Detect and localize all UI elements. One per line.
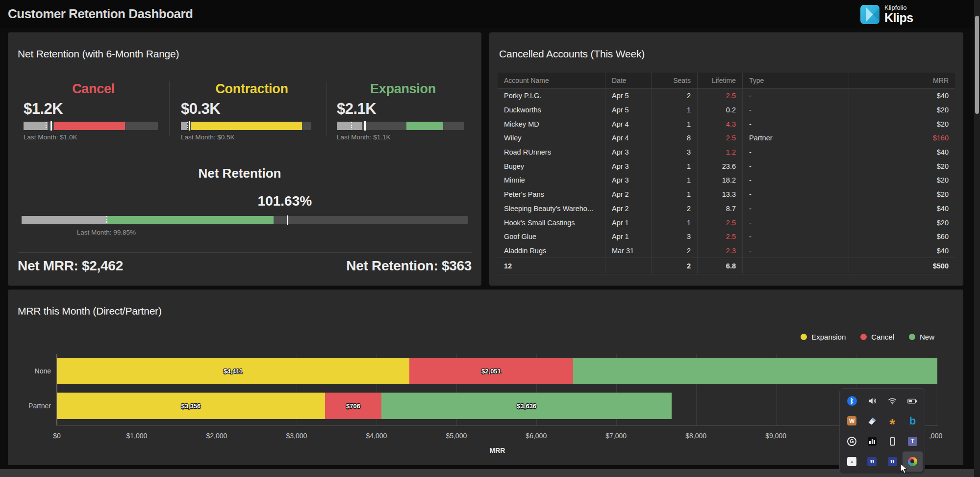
gauge-last-month-tick: [351, 122, 352, 130]
bing-icon[interactable]: b: [907, 416, 918, 426]
mrr-panel: MRR this Month (Direct/Partner) Expansio…: [8, 290, 963, 465]
gauge-value: $2.1K: [337, 100, 376, 118]
gauge-target-tick: [50, 121, 52, 131]
app-header: Customer Retention Dashboard Klipfolio K…: [0, 0, 980, 28]
bar-segment-cancel[interactable]: $2,051: [409, 358, 573, 384]
gauge-range: [181, 122, 187, 130]
bar-segment-expansion[interactable]: $4,411: [57, 358, 409, 384]
category-label: Partner: [9, 402, 51, 410]
cell-date: Apr 5: [605, 103, 651, 117]
cell-lifetime: 2.5: [697, 89, 742, 103]
x-axis-title: MRR: [490, 447, 505, 454]
cell-seats: 2: [651, 244, 697, 258]
column-header-type[interactable]: Type: [742, 73, 849, 88]
cell-lifetime: 18.2: [697, 173, 742, 187]
cell-type: -: [742, 202, 849, 216]
cell-type: -: [742, 117, 849, 131]
x-tick-label-partial: ,000: [929, 432, 942, 440]
wifi-icon[interactable]: [887, 396, 898, 406]
x-tick-label: $9,000: [765, 432, 786, 440]
tray-cell-bars[interactable]: [862, 431, 882, 451]
tray-cell-bing[interactable]: b: [903, 411, 923, 431]
quote-2-icon[interactable]: ”: [888, 457, 897, 466]
cell-type: -: [742, 89, 849, 103]
tray-cell-w-app[interactable]: W: [842, 411, 862, 431]
footer-divider: [18, 252, 472, 253]
gauge-range: [24, 122, 48, 130]
tray-cell-notebook[interactable]: [862, 411, 882, 431]
column-header-mrr[interactable]: MRR: [849, 73, 955, 88]
cell-type: -: [742, 145, 849, 159]
w-app-icon[interactable]: W: [847, 416, 856, 425]
bar-segment-new[interactable]: $3,636: [381, 393, 672, 419]
taskbar-edge[interactable]: [0, 469, 980, 477]
scrollbar-thumb[interactable]: [975, 16, 979, 114]
bar-segment-new[interactable]: [573, 358, 937, 384]
cell-type: -: [742, 159, 849, 173]
table-row: Sleeping Beauty's Wareho...Apr 228.7-$40: [498, 202, 955, 216]
tray-cell-quote-1[interactable]: ”: [862, 451, 882, 472]
tray-cell-volume[interactable]: [862, 391, 882, 411]
x-tick-label: $0: [53, 432, 61, 440]
bar-segment-label: $3,356: [181, 402, 201, 410]
gauge-range: [22, 216, 106, 224]
total-mrr: $500: [849, 258, 955, 274]
battery-icon[interactable]: [907, 396, 918, 406]
column-header-account[interactable]: Account Name: [498, 73, 605, 88]
page-title: Customer Retention Dashboard: [8, 6, 193, 22]
column-header-seats[interactable]: Seats: [651, 73, 697, 88]
cell-seats: 1: [651, 173, 697, 187]
cell-account: Mickey MD: [498, 117, 605, 131]
cell-date: Apr 5: [605, 89, 651, 103]
scrollbar-track[interactable]: [974, 0, 980, 477]
quote-1-icon[interactable]: ”: [867, 457, 877, 466]
gauge-fill: [406, 122, 443, 130]
x-tick-label: $1,000: [126, 432, 148, 440]
tray-cell-wifi[interactable]: [882, 391, 903, 411]
cell-seats: 1: [651, 215, 697, 230]
cell-mrr: $20: [849, 215, 955, 230]
grammarly-icon[interactable]: G: [847, 437, 856, 446]
teams-icon[interactable]: T: [908, 437, 917, 446]
gauge-target-tick: [189, 121, 190, 131]
cell-mrr: $20: [849, 173, 955, 187]
net-mrr-kpi: Net MRR: $2,462: [18, 258, 123, 274]
drive-icon[interactable]: ▲: [847, 457, 856, 466]
bar-segment-expansion[interactable]: $3,356: [57, 393, 325, 419]
cell-lifetime: 0.2: [697, 103, 742, 117]
tray-cell-grammarly[interactable]: G: [842, 431, 862, 451]
bar-segment-label: $706: [346, 402, 360, 410]
cell-type: -: [742, 244, 849, 258]
cell-account: Minnie: [498, 173, 605, 187]
bluetooth-icon[interactable]: ᛒ: [847, 396, 857, 406]
cell-mrr: $160: [849, 131, 955, 145]
net-retention-gauge-title: Net Retention: [8, 166, 472, 181]
x-tick-label: $5,000: [446, 432, 467, 440]
tray-cell-battery[interactable]: [903, 391, 923, 411]
tray-cell-drive[interactable]: ▲: [842, 451, 862, 472]
column-header-date[interactable]: Date: [605, 73, 651, 88]
tray-cell-phone[interactable]: [882, 431, 903, 451]
asterisk-icon[interactable]: *: [887, 416, 898, 426]
gauge-fill: [191, 122, 302, 130]
net-retention-kpi: Net Retention: $363: [346, 258, 472, 274]
volume-icon[interactable]: [867, 396, 878, 406]
gauge-last-month-label: Last Month: $1.0K: [24, 133, 77, 141]
cell-date: Apr 3: [605, 159, 651, 173]
cell-date: Apr 3: [605, 173, 651, 187]
tray-cell-asterisk[interactable]: *: [882, 411, 903, 431]
cell-seats: 3: [651, 145, 697, 159]
tray-cell-teams[interactable]: T: [903, 431, 923, 451]
table-header-row: Account NameDateSeatsLifetimeTypeMRR: [498, 73, 955, 89]
phone-icon[interactable]: [890, 437, 895, 446]
column-header-lifetime[interactable]: Lifetime: [697, 73, 742, 88]
cell-date: Apr 4: [605, 131, 651, 145]
cell-seats: 1: [651, 103, 697, 117]
bar-segment-cancel[interactable]: $706: [325, 393, 381, 419]
bars-icon[interactable]: [868, 437, 877, 446]
cell-account: Peter's Pans: [498, 187, 605, 202]
gauge-range: [337, 122, 362, 130]
klipfolio-logo: Klipfolio Klips: [860, 4, 913, 24]
tray-cell-bluetooth[interactable]: ᛒ: [842, 391, 862, 411]
notebook-icon[interactable]: [867, 416, 878, 426]
